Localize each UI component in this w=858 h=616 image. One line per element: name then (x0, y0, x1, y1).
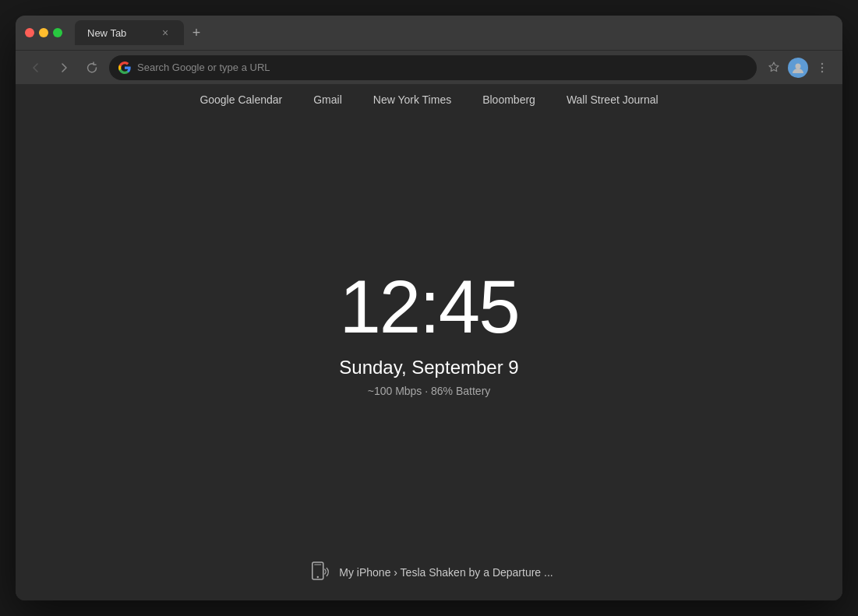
bookmark-google-calendar[interactable]: Google Calendar (199, 93, 282, 106)
back-button[interactable] (25, 57, 47, 79)
svg-point-5 (316, 576, 318, 578)
svg-point-0 (796, 63, 801, 69)
notification-text: My iPhone › Tesla Shaken by a Departure … (339, 566, 553, 579)
traffic-lights (25, 28, 62, 37)
profile-button[interactable] (788, 58, 808, 78)
forward-button[interactable] (53, 57, 75, 79)
browser-window: New Tab × + (16, 16, 842, 600)
bottom-notification[interactable]: My iPhone › Tesla Shaken by a Departure … (305, 560, 553, 585)
title-bar: New Tab × + (16, 16, 842, 50)
bookmark-gmail[interactable]: Gmail (313, 93, 342, 106)
notification-icon (305, 560, 330, 585)
tab-area: New Tab × + (75, 20, 833, 45)
minimize-button[interactable] (39, 28, 48, 37)
clock-date: Sunday, September 9 (339, 357, 518, 378)
nav-bar (16, 50, 842, 84)
google-icon (118, 62, 131, 74)
tab-title: New Tab (87, 27, 153, 39)
page-content: Google Calendar Gmail New York Times Blo… (16, 84, 842, 600)
address-bar[interactable] (109, 55, 757, 80)
maximize-button[interactable] (53, 28, 62, 37)
new-tab-button[interactable]: + (187, 23, 206, 42)
reload-button[interactable] (81, 57, 103, 79)
close-button[interactable] (25, 28, 34, 37)
chrome-menu-button[interactable] (811, 57, 833, 79)
bookmark-wsj[interactable]: Wall Street Journal (567, 93, 659, 106)
svg-point-2 (821, 66, 823, 68)
nav-actions (763, 57, 833, 79)
bookmark-bloomberg[interactable]: Bloomberg (482, 93, 535, 106)
bookmark-star-button[interactable] (763, 57, 785, 79)
bookmark-nyt[interactable]: New York Times (373, 93, 451, 106)
clock-time: 12:45 (339, 269, 518, 344)
active-tab[interactable]: New Tab × (75, 20, 184, 45)
clock-area: 12:45 Sunday, September 9 ~100 Mbps · 86… (16, 112, 842, 554)
tab-close-button[interactable]: × (159, 26, 171, 39)
svg-point-1 (821, 62, 823, 64)
svg-point-3 (821, 70, 823, 72)
address-input[interactable] (137, 62, 747, 73)
bookmarks-bar: Google Calendar Gmail New York Times Blo… (16, 84, 842, 112)
clock-info: ~100 Mbps · 86% Battery (368, 385, 491, 397)
